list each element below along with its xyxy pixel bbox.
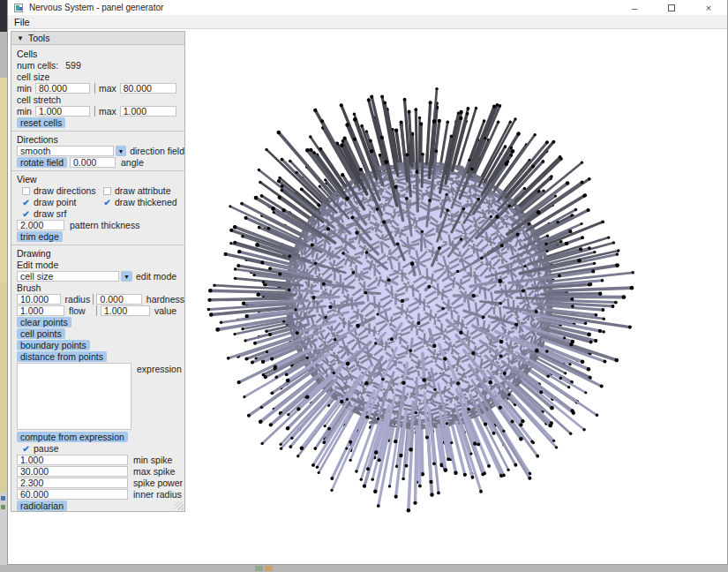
desktop-icon [1, 505, 5, 509]
section-view: View [17, 174, 37, 184]
inner-radius-input[interactable]: 60.000 [17, 489, 128, 500]
expression-label: expression [137, 364, 182, 374]
checkbox-icon [103, 199, 111, 207]
cell-stretch-label: cell stretch [17, 94, 61, 105]
panel-resize-grip[interactable] [175, 501, 184, 510]
checkbox-label: draw directions [34, 185, 96, 196]
minimize-icon: – [632, 3, 637, 13]
checkbox-label: draw srf [34, 208, 66, 219]
checkbox-label: draw attribute [115, 185, 171, 196]
maximize-button[interactable] [653, 0, 690, 15]
desktop-icon [1, 496, 5, 500]
checkbox-label: draw point [34, 197, 76, 207]
minimize-button[interactable]: – [616, 0, 653, 15]
max-label: max [99, 83, 116, 94]
title-bar: Nervous System - panel generator – × [8, 0, 727, 15]
checkbox-icon [22, 445, 30, 453]
max-label: max [99, 106, 116, 117]
app-window: Nervous System - panel generator – × Fil… [7, 0, 728, 565]
direction-field-select[interactable]: smooth [17, 146, 114, 156]
brush-radius-input[interactable]: 10.000 [17, 294, 61, 305]
cell-stretch-min-input[interactable]: 1.000 [35, 106, 90, 117]
close-button[interactable]: × [690, 0, 727, 15]
3d-viewport-radiolarian-render[interactable] [185, 62, 653, 530]
checkbox-icon [22, 199, 30, 207]
section-drawing: Drawing [17, 248, 51, 259]
checkbox-icon [103, 187, 111, 195]
column-divider [94, 106, 95, 117]
flow-label: flow [69, 305, 92, 316]
cell-size-min-input[interactable]: 80.000 [35, 83, 90, 94]
checkbox-draw-attribute[interactable]: draw attribute [103, 185, 184, 196]
cell-size-label: cell size [17, 72, 49, 82]
spike-power-label: spike power [133, 478, 183, 488]
angle-input[interactable]: 0.000 [70, 157, 116, 168]
taskbar-icon [265, 566, 273, 571]
taskbar [0, 565, 728, 572]
radiolarian-button[interactable]: radiolarian [17, 500, 67, 511]
client-area: ▼ Tools Cells num cells: 599 cell size m… [8, 29, 727, 564]
num-cells-value: 599 [65, 60, 81, 71]
section-separator [11, 170, 184, 171]
radius-label: radius [65, 294, 88, 305]
collapse-triangle-icon: ▼ [17, 34, 24, 42]
expression-textarea[interactable] [17, 363, 131, 430]
window-title: Nervous System - panel generator [29, 3, 163, 12]
min-spike-label: min spike [133, 455, 172, 465]
max-spike-label: max spike [133, 466, 175, 477]
dropdown-arrow-icon[interactable]: ▼ [116, 146, 126, 156]
trim-edge-button[interactable]: trim edge [17, 231, 63, 242]
min-spike-input[interactable]: 1.000 [17, 455, 128, 465]
checkbox-draw-thickened[interactable]: draw thickened [103, 197, 184, 207]
dropdown-arrow-icon[interactable]: ▼ [121, 271, 132, 282]
max-spike-input[interactable]: 30.000 [17, 466, 128, 477]
column-divider [94, 83, 95, 94]
menu-file[interactable]: File [8, 17, 36, 27]
checkbox-pause[interactable]: pause [22, 443, 104, 454]
inner-radius-label: inner radius [133, 489, 182, 500]
column-divider [93, 294, 94, 305]
edit-mode-dd-label: edit mode [136, 271, 176, 282]
min-label: min [17, 83, 32, 94]
clear-points-button[interactable]: clear points [17, 317, 71, 327]
spike-power-input[interactable]: 2.300 [17, 478, 128, 488]
checkbox-draw-point[interactable]: draw point [22, 197, 103, 207]
angle-label: angle [121, 157, 144, 168]
value-label: value [154, 305, 176, 316]
reset-cells-button[interactable]: reset cells [17, 117, 65, 128]
taskbar-icon [255, 566, 263, 571]
num-cells-label: num cells: [17, 60, 58, 71]
cell-size-max-input[interactable]: 80.000 [120, 83, 176, 94]
distance-from-points-button[interactable]: distance from points [17, 351, 107, 362]
checkbox-label: pause [34, 443, 59, 454]
checkbox-icon [22, 210, 30, 218]
brush-hardness-input[interactable]: 0.000 [96, 294, 141, 305]
pattern-thickness-input[interactable]: 2.000 [17, 220, 64, 230]
menu-bar: File [8, 15, 727, 29]
tools-panel: ▼ Tools Cells num cells: 599 cell size m… [11, 31, 185, 512]
checkbox-icon [22, 187, 30, 195]
checkbox-draw-directions[interactable]: draw directions [22, 185, 103, 196]
checkbox-draw-srf[interactable]: draw srf [22, 208, 104, 219]
cell-points-button[interactable]: cell points [17, 328, 65, 339]
rotate-field-button[interactable]: rotate field [17, 157, 67, 168]
maximize-icon [668, 4, 675, 11]
boundary-points-button[interactable]: boundary points [17, 340, 90, 350]
compute-from-expression-button[interactable]: compute from expression [17, 432, 128, 442]
section-separator [11, 245, 184, 245]
tools-panel-header[interactable]: ▼ Tools [11, 32, 184, 45]
tools-panel-title: Tools [28, 33, 50, 43]
section-cells: Cells [17, 49, 37, 59]
edit-mode-label: Edit mode [17, 260, 58, 270]
cell-stretch-max-input[interactable]: 1.000 [120, 106, 176, 117]
column-divider [96, 305, 97, 316]
hardness-label: hardness [146, 294, 184, 305]
close-icon: × [706, 3, 711, 13]
brush-label: Brush [17, 282, 41, 293]
checkbox-label: draw thickened [115, 197, 177, 207]
brush-value-input[interactable]: 1.000 [101, 305, 150, 316]
brush-flow-input[interactable]: 1.000 [17, 305, 64, 316]
edit-mode-select[interactable]: cell size [17, 271, 119, 282]
desktop-background-strip [0, 0, 7, 572]
direction-field-label: direction field [130, 146, 184, 156]
